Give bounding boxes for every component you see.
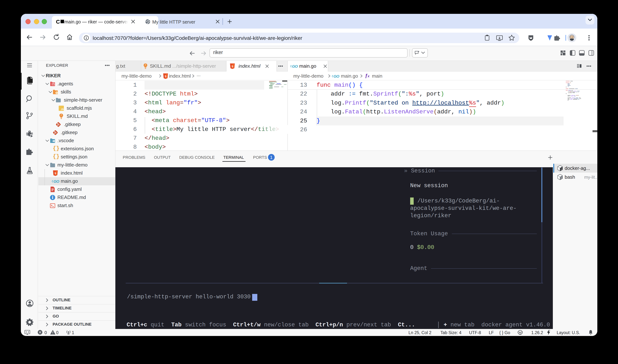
svg-text:$: $ — [561, 168, 562, 170]
svg-text:5: 5 — [55, 172, 56, 175]
svg-text:JS: JS — [61, 108, 64, 111]
svg-text:GO: GO — [292, 64, 298, 68]
svg-text:5: 5 — [165, 75, 166, 78]
svg-text:GO: GO — [54, 179, 59, 183]
svg-text:GO: GO — [333, 74, 339, 78]
svg-text:$: $ — [561, 177, 562, 179]
svg-text:5: 5 — [232, 65, 233, 68]
